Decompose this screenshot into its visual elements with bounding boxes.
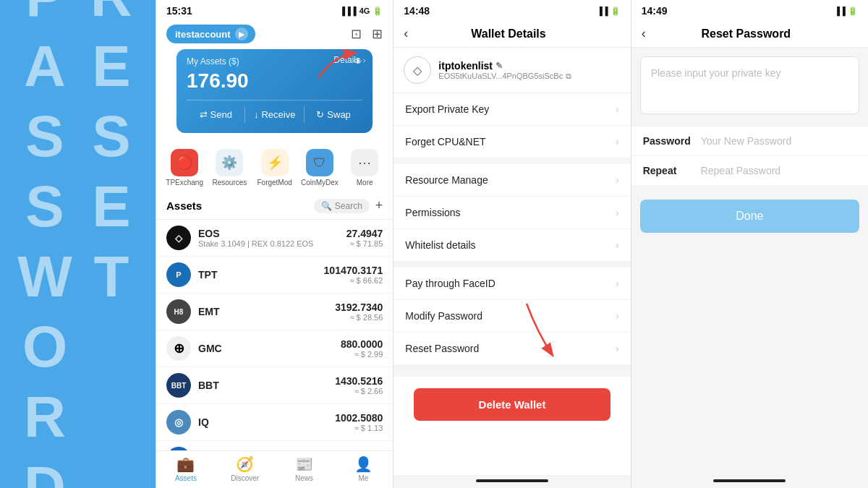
repeat-input[interactable]: Repeat Password — [701, 165, 781, 176]
phone2-status-bar: 14:48 ▐▐ 🔋 — [393, 0, 630, 20]
chevron-icon: › — [616, 239, 619, 251]
section-gap-2 — [393, 262, 630, 267]
assets-value: 176.90 — [187, 69, 362, 93]
menu-tpexchang[interactable]: 🔴 TPExchang — [166, 149, 203, 187]
copy-icon[interactable]: ⧉ — [566, 72, 571, 81]
private-key-placeholder: Please input your private key — [651, 67, 781, 79]
menu-reset-password[interactable]: Reset Password › — [393, 333, 630, 365]
password-input[interactable]: Your New Password — [701, 135, 792, 147]
chevron-icon: › — [616, 174, 619, 186]
emt-amount: 3192.7340 — [335, 301, 383, 313]
section-gap-1 — [393, 158, 630, 164]
iq-info: IQ — [198, 416, 328, 428]
bbt-name: BBT — [198, 380, 328, 391]
eos-sub: Stake 3.1049 | REX 0.8122 EOS — [198, 239, 339, 248]
header-icons: ⊡ ⊞ — [351, 26, 383, 42]
chevron-icon: › — [616, 103, 619, 115]
assets-label: My Assets ($) — [187, 56, 239, 67]
add-asset-icon[interactable]: + — [375, 198, 383, 213]
gmc-logo: ⊕ — [166, 336, 191, 361]
phone3-spacer — [631, 241, 868, 475]
tpt-amount: 101470.3171 — [324, 265, 383, 276]
chevron-icon: › — [616, 207, 619, 218]
scan-icon[interactable]: ⊡ — [351, 26, 362, 42]
section-gap-3 — [393, 365, 630, 377]
nav-me[interactable]: 👤 Me — [333, 455, 393, 482]
menu-forget-cpu[interactable]: Forget CPU&NET › — [393, 126, 630, 158]
back-button[interactable]: ‹ — [404, 26, 411, 41]
phone3-home-indicator — [713, 479, 786, 482]
wallet-address: EOS5tKuUaSLV...4PnQBG5siScBc ⧉ — [438, 72, 571, 81]
swap-button[interactable]: ↻ Swap — [305, 106, 362, 123]
iq-name: IQ — [198, 416, 328, 428]
edit-icon[interactable]: ✎ — [495, 61, 503, 71]
menu-resource-manage[interactable]: Resource Manage › — [393, 164, 630, 197]
menu-export-key[interactable]: Export Private Key › — [393, 93, 630, 126]
repeat-label: Repeat — [643, 165, 701, 176]
asset-item-iq[interactable]: ◎ IQ 1002.5080 ≈ $ 1.13 — [156, 404, 393, 441]
forgetmod-icon: ⚡ — [261, 149, 289, 176]
delete-wallet-button[interactable]: Delete Wallet — [414, 388, 610, 421]
assets-nav-icon: 💼 — [176, 455, 195, 473]
menu-faceid[interactable]: Pay through FaceID › — [393, 267, 630, 300]
receive-button[interactable]: ↓ Receive — [245, 106, 304, 123]
me-nav-icon: 👤 — [354, 455, 373, 473]
menu-permissions[interactable]: Permissions › — [393, 197, 630, 229]
coinmydex-icon: 🛡 — [306, 149, 333, 176]
asset-item-bbt[interactable]: BBT BBT 1430.5216 ≈ $ 2.66 — [156, 367, 393, 404]
eos-values: 27.4947 ≈ $ 71.85 — [346, 228, 383, 248]
account-pill[interactable]: itestaccount ▶ — [166, 25, 255, 43]
nav-assets[interactable]: 💼 Assets — [156, 455, 216, 482]
signal-icon: ▐▐▐ — [339, 7, 356, 15]
more-icon: ⋯ — [351, 149, 378, 176]
gmc-info: GMC — [198, 343, 333, 354]
search-icon: 🔍 — [321, 201, 332, 211]
menu-coinmydex[interactable]: 🛡 CoinMyDex — [302, 149, 338, 187]
asset-item-tpt[interactable]: P TPT 101470.3171 ≈ $ 66.62 — [156, 257, 393, 294]
phone1-status-bar: 15:31 ▐▐▐ 4G 🔋 — [156, 0, 393, 20]
bbt-values: 1430.5216 ≈ $ 2.66 — [335, 375, 383, 395]
background-text: RESET PASSWORD — [0, 0, 156, 488]
private-key-input[interactable]: Please input your private key — [640, 56, 859, 114]
iq-values: 1002.5080 ≈ $ 1.13 — [335, 412, 383, 432]
repeat-field-row: Repeat Repeat Password — [631, 155, 868, 185]
eos-name: EOS — [198, 228, 339, 239]
assets-section-label: Assets — [166, 200, 202, 212]
asset-item-emt[interactable]: H8 EMT 3192.7340 ≈ $ 28.56 — [156, 294, 393, 330]
wallet-info: ◇ itptokenlist ✎ EOS5tKuUaSLV...4PnQBG5s… — [393, 48, 630, 93]
menu-modify-password[interactable]: Modify Password › — [393, 300, 630, 333]
asset-item-ndx[interactable]: N NDX 3184.8984 — [156, 441, 393, 450]
done-button[interactable]: Done — [640, 200, 859, 233]
emt-values: 3192.7340 ≈ $ 28.56 — [335, 301, 383, 322]
menu-more[interactable]: ⋯ More — [346, 149, 383, 187]
phone3-time: 14:49 — [642, 5, 668, 17]
phone1-status-icons: ▐▐▐ 4G 🔋 — [339, 7, 383, 16]
account-arrow-icon: ▶ — [235, 27, 248, 40]
tpt-values: 101470.3171 ≈ $ 66.62 — [324, 265, 383, 285]
menu-forgetmod[interactable]: ⚡ ForgetMod — [257, 149, 293, 187]
asset-item-gmc[interactable]: ⊕ GMC 880.0000 ≈ $ 2.99 — [156, 330, 393, 367]
phone3-header: ‹ Reset Password — [631, 20, 868, 48]
details-area: Details › — [333, 55, 365, 65]
send-button[interactable]: ⇄ Send — [187, 106, 245, 123]
network-label: 4G — [359, 7, 370, 15]
details-link[interactable]: Details — [333, 55, 360, 65]
phone3-status-icons: ▐▐ 🔋 — [834, 7, 858, 16]
iq-amount: 1002.5080 — [335, 412, 383, 424]
eos-info: EOS Stake 3.1049 | REX 0.8122 EOS — [198, 228, 339, 248]
asset-item-eos[interactable]: ◇ EOS Stake 3.1049 | REX 0.8122 EOS 27.4… — [156, 220, 393, 257]
nav-news[interactable]: 📰 News — [275, 455, 334, 482]
nav-discover[interactable]: 🧭 Discover — [216, 455, 275, 482]
emt-logo: H8 — [166, 299, 191, 324]
chevron-icon: › — [616, 310, 619, 322]
menu-whitelist[interactable]: Whitelist details › — [393, 229, 630, 262]
phone3-back-button[interactable]: ‹ — [642, 26, 649, 41]
battery-icon: 🔋 — [373, 7, 383, 16]
resources-icon: ⚙️ — [216, 149, 243, 176]
menu-resources[interactable]: ⚙️ Resources — [211, 149, 247, 187]
phone1-header: itestaccount ▶ ⊡ ⊞ My Assets ($) 👁 176.9… — [156, 20, 393, 146]
tpt-name: TPT — [198, 269, 317, 281]
wallet-name: itptokenlist ✎ — [438, 60, 571, 72]
qr-icon[interactable]: ⊞ — [372, 26, 383, 42]
search-box[interactable]: 🔍 Search — [314, 199, 370, 213]
